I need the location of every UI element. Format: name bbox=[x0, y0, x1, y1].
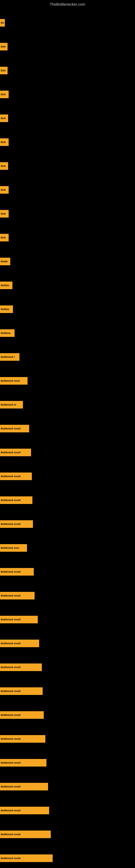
bar-label: Bottleneck result bbox=[1, 833, 20, 836]
bottleneck-bar: Bott bbox=[0, 43, 8, 51]
bar-label: Bottleneck re bbox=[1, 403, 16, 406]
bar-row: Bottleneck re bbox=[0, 398, 135, 420]
bar-label: Bott bbox=[1, 236, 6, 239]
bottleneck-bar: Bottle bbox=[0, 258, 10, 265]
bottleneck-bar: Bott bbox=[0, 210, 9, 218]
bottleneck-bar: Bottleneck result bbox=[0, 448, 31, 456]
bar-label: Bottleneck r bbox=[1, 355, 15, 358]
bottleneck-bar: Bottleneck result bbox=[0, 735, 45, 743]
bar-label: Bo bbox=[1, 22, 4, 24]
bar-label: Bottleneck result bbox=[1, 690, 20, 692]
bar-label: Bottlen bbox=[1, 284, 9, 287]
bottleneck-bar: Bott bbox=[0, 115, 8, 122]
bar-row: Bottleneck result bbox=[0, 589, 135, 611]
bar-row: Bott bbox=[0, 183, 135, 205]
bottleneck-bar: Bottlen bbox=[0, 305, 13, 313]
bar-label: Bott bbox=[1, 45, 6, 48]
site-title: TheBottlenecker.com bbox=[0, 0, 135, 8]
bar-label: Bottleneck result bbox=[1, 594, 20, 597]
bottleneck-bar: Bottleneck result bbox=[0, 831, 51, 838]
bar-row: Bott bbox=[0, 231, 135, 253]
bar-row: Bott bbox=[0, 159, 135, 181]
bar-row: Bott bbox=[0, 88, 135, 110]
bottleneck-bar: Bottleneck result bbox=[0, 783, 48, 790]
bar-row: Bottlen bbox=[0, 279, 135, 301]
bar-label: Bottleneck resul bbox=[1, 379, 20, 382]
bottleneck-bar: Bott bbox=[0, 234, 9, 241]
bottleneck-bar: Bottleneck result bbox=[0, 472, 32, 480]
bar-label: Bottle bbox=[1, 260, 8, 263]
bottleneck-bar: Bottleneck result bbox=[0, 807, 49, 814]
bottleneck-bar: Bottleneck result bbox=[0, 687, 43, 695]
bar-label: Bottleneck result bbox=[1, 451, 20, 454]
bar-row: Bottleneck result bbox=[0, 518, 135, 539]
bar-row: Bottleneck result bbox=[0, 780, 135, 802]
bar-row: Bott bbox=[0, 40, 135, 62]
bottleneck-bar: Bottleneck result bbox=[0, 592, 35, 599]
bar-label: Bottleneck resu bbox=[1, 547, 19, 549]
bar-row: Bottleneck result bbox=[0, 852, 135, 868]
bar-label: Bottleneck result bbox=[1, 427, 20, 430]
bottleneck-bar: Bottleneck result bbox=[0, 520, 33, 528]
bar-label: Bottleneck result bbox=[1, 618, 20, 621]
bar-label: Bottlene bbox=[1, 332, 10, 335]
bottleneck-bar: Bo bbox=[0, 19, 5, 27]
bar-row: Bottleneck result bbox=[0, 422, 135, 444]
bottleneck-bar: Bottleneck result bbox=[0, 496, 32, 504]
bar-label: Bottleneck result bbox=[1, 809, 20, 812]
bottleneck-bar: Bottleneck r bbox=[0, 353, 19, 361]
bottleneck-bar: Bottlen bbox=[0, 282, 12, 289]
bar-label: Bottleneck result bbox=[1, 762, 20, 764]
bar-row: Bottleneck result bbox=[0, 565, 135, 587]
bar-label: Bottleneck result bbox=[1, 738, 20, 740]
bar-row: Bottleneck result bbox=[0, 446, 135, 468]
bar-label: Bott bbox=[1, 117, 6, 120]
bar-row: Bottleneck result bbox=[0, 637, 135, 659]
bottleneck-bar: Bottleneck result bbox=[0, 855, 53, 862]
bottleneck-bar: Bottleneck result bbox=[0, 663, 42, 671]
bar-label: Bottleneck result bbox=[1, 857, 20, 860]
bar-label: Bottleneck result bbox=[1, 499, 20, 501]
bottleneck-bar: Bott bbox=[0, 162, 8, 170]
bottleneck-bar: Bottleneck result bbox=[0, 759, 46, 767]
bottleneck-bar: Bott bbox=[0, 138, 9, 146]
bar-label: Bottleneck result bbox=[1, 475, 20, 478]
bar-label: Bottlen bbox=[1, 308, 9, 311]
bottleneck-bar: Bottleneck result bbox=[0, 711, 44, 719]
bar-label: Bottleneck result bbox=[1, 570, 20, 573]
bar-row: Bottleneck result bbox=[0, 709, 135, 730]
bar-row: Bottleneck result bbox=[0, 733, 135, 754]
bar-row: Bottleneck resul bbox=[0, 374, 135, 396]
bar-row: Bott bbox=[0, 64, 135, 86]
bottleneck-bar: Bott bbox=[0, 186, 9, 194]
bar-row: Bott bbox=[0, 135, 135, 157]
bar-row: Bottle bbox=[0, 255, 135, 277]
bar-row: Bott bbox=[0, 207, 135, 229]
bar-row: Bott bbox=[0, 112, 135, 133]
bottleneck-bar: Bottleneck result bbox=[0, 425, 29, 432]
bar-label: Bott bbox=[1, 69, 6, 72]
bar-row: Bottleneck result bbox=[0, 494, 135, 516]
bottleneck-bar: Bottleneck result bbox=[0, 568, 34, 576]
bar-label: Bott bbox=[1, 188, 6, 191]
bar-row: Bottleneck result bbox=[0, 613, 135, 635]
bar-label: Bottleneck result bbox=[1, 785, 20, 788]
bar-label: Bott bbox=[1, 165, 6, 167]
bar-row: Bottleneck result bbox=[0, 661, 135, 682]
bar-row: Bottleneck r bbox=[0, 350, 135, 372]
bar-label: Bott bbox=[1, 141, 6, 144]
bar-label: Bottleneck result bbox=[1, 666, 20, 669]
bottleneck-bar: Bott bbox=[0, 91, 9, 98]
bar-row: Bottleneck result bbox=[0, 804, 135, 826]
bar-label: Bottleneck result bbox=[1, 714, 20, 716]
bottleneck-bar: Bottleneck re bbox=[0, 401, 23, 408]
bar-row: Bottleneck result bbox=[0, 756, 135, 778]
bottleneck-bar: Bott bbox=[0, 67, 8, 74]
bar-label: Bottleneck result bbox=[1, 523, 20, 525]
bottleneck-bar: Bottleneck resu bbox=[0, 544, 27, 552]
bar-row: Bottlen bbox=[0, 303, 135, 324]
bar-row: Bo bbox=[0, 16, 135, 38]
bottleneck-bar: Bottleneck result bbox=[0, 616, 38, 623]
bar-label: Bott bbox=[1, 212, 6, 215]
bar-label: Bott bbox=[1, 93, 6, 96]
